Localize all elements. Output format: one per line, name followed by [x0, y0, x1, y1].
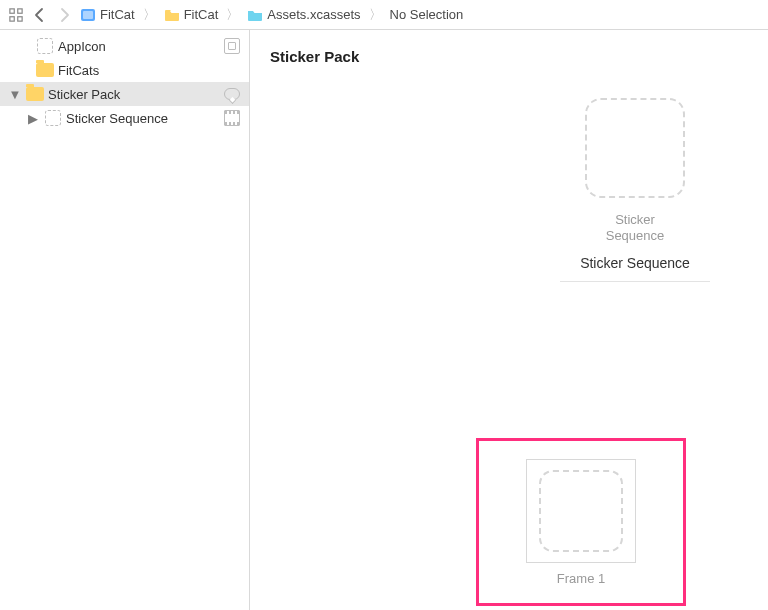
disclosure-triangle-down-icon[interactable]: ▼: [8, 87, 22, 102]
main-split: AppIcon FitCats ▼ Sticker Pack ▶ Sticker…: [0, 30, 768, 610]
asset-placeholder-icon: [585, 98, 685, 198]
breadcrumb-sep-icon: 〉: [224, 6, 241, 24]
asset-type-label: Sticker Sequence: [560, 212, 710, 245]
breadcrumb-label: FitCat: [100, 7, 135, 22]
breadcrumb-item-1[interactable]: FitCat: [162, 7, 221, 23]
frame-1-highlight: Frame 1: [476, 438, 686, 606]
folder-icon: [164, 7, 180, 23]
frame-placeholder-icon: [539, 470, 623, 552]
sidebar-item-label: Sticker Pack: [48, 87, 219, 102]
appicon-placeholder-icon: [36, 37, 54, 55]
sidebar-item-label: AppIcon: [58, 39, 219, 54]
sidebar-item-appicon[interactable]: AppIcon: [0, 34, 249, 58]
asset-name-label[interactable]: Sticker Sequence: [560, 255, 710, 282]
frame-1-label: Frame 1: [557, 571, 605, 586]
breadcrumb-item-3[interactable]: No Selection: [388, 7, 466, 22]
breadcrumb-label: FitCat: [184, 7, 219, 22]
toolbar: FitCat 〉 FitCat 〉 Assets.xcassets 〉 No S…: [0, 0, 768, 30]
asset-sidebar: AppIcon FitCats ▼ Sticker Pack ▶ Sticker…: [0, 30, 250, 610]
sticker-sequence-asset[interactable]: Sticker Sequence Sticker Sequence: [560, 98, 710, 282]
asset-type-icon: [223, 37, 241, 55]
asset-type-line1: Sticker: [615, 212, 655, 227]
breadcrumb-item-0[interactable]: FitCat: [78, 7, 137, 23]
section-title: Sticker Pack: [270, 48, 748, 65]
frame-1-well[interactable]: [526, 459, 636, 563]
sidebar-item-fitcats[interactable]: FitCats: [0, 58, 249, 82]
nav-back-button[interactable]: [30, 5, 50, 25]
breadcrumb-sep-icon: 〉: [141, 6, 158, 24]
project-icon: [80, 7, 96, 23]
sidebar-item-label: FitCats: [58, 63, 219, 78]
sidebar-item-sticker-pack[interactable]: ▼ Sticker Pack: [0, 82, 249, 106]
breadcrumb-label: Assets.xcassets: [267, 7, 360, 22]
svg-rect-2: [10, 16, 14, 20]
sticker-pack-type-icon: [223, 85, 241, 103]
nav-forward-button[interactable]: [54, 5, 74, 25]
folder-icon: [36, 61, 54, 79]
sidebar-item-sticker-sequence[interactable]: ▶ Sticker Sequence: [0, 106, 249, 130]
asset-content: Sticker Pack Sticker Sequence Sticker Se…: [250, 30, 768, 610]
svg-rect-1: [18, 8, 22, 12]
spacer: [223, 61, 241, 79]
sidebar-item-label: Sticker Sequence: [66, 111, 219, 126]
svg-rect-5: [83, 11, 93, 19]
asset-type-line2: Sequence: [606, 228, 665, 243]
breadcrumb-item-2[interactable]: Assets.xcassets: [245, 7, 362, 23]
svg-rect-3: [18, 16, 22, 20]
disclosure-triangle-right-icon[interactable]: ▶: [26, 111, 40, 126]
folder-icon: [26, 85, 44, 103]
svg-rect-0: [10, 8, 14, 12]
breadcrumb-label: No Selection: [390, 7, 464, 22]
sequence-placeholder-icon: [44, 109, 62, 127]
breadcrumb-sep-icon: 〉: [367, 6, 384, 24]
related-items-button[interactable]: [6, 5, 26, 25]
assets-icon: [247, 7, 263, 23]
filmstrip-icon: [223, 109, 241, 127]
